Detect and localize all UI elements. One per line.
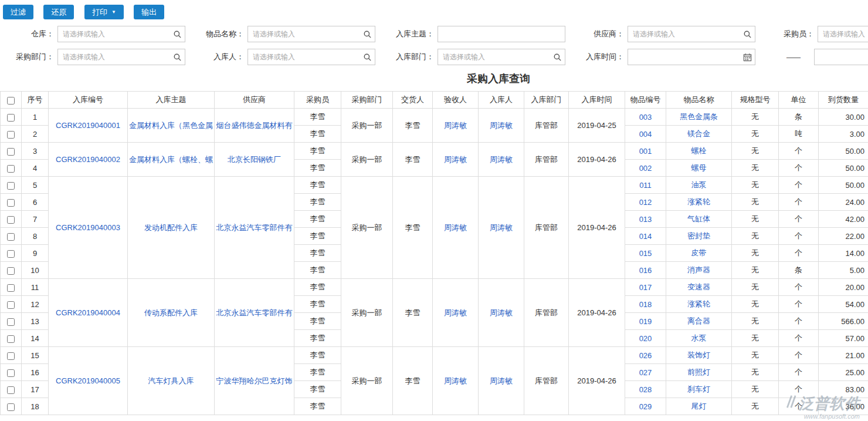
item-code-link[interactable]: 013 <box>639 215 652 224</box>
item-code-link[interactable]: 012 <box>639 198 652 207</box>
item-code-link[interactable]: 017 <box>639 283 652 292</box>
inbound-code-link[interactable]: CGRK2019040003 <box>56 223 120 232</box>
row-checkbox[interactable] <box>7 199 15 207</box>
row-checkbox[interactable] <box>7 335 15 343</box>
inbound-code-link[interactable]: CGRK2019040001 <box>56 121 120 130</box>
row-checkbox[interactable] <box>7 386 15 394</box>
item-name-link[interactable]: 消声器 <box>687 265 710 274</box>
item-code-link[interactable]: 016 <box>639 266 652 275</box>
item-name-link[interactable]: 气缸体 <box>687 214 710 223</box>
supplier-input[interactable] <box>628 26 755 42</box>
inspector-link[interactable]: 周涛敏 <box>444 308 467 317</box>
filter-button[interactable]: 过滤 <box>3 5 33 19</box>
item-name-link[interactable]: 黑色金属条 <box>680 112 718 121</box>
item-name-link[interactable]: 前照灯 <box>687 368 710 376</box>
restore-button[interactable]: 还原 <box>43 5 74 19</box>
item-name-link[interactable]: 装饰灯 <box>687 351 710 359</box>
item-name-link[interactable]: 涨紧轮 <box>687 197 710 206</box>
item-code-link[interactable]: 003 <box>639 113 652 122</box>
search-icon[interactable] <box>172 52 182 62</box>
row-checkbox[interactable] <box>7 284 15 292</box>
stock-in-person-link[interactable]: 周涛敏 <box>490 308 513 317</box>
item-code-link[interactable]: 026 <box>639 351 652 360</box>
stock-in-dept-input[interactable] <box>438 49 565 65</box>
item-code-link[interactable]: 029 <box>639 402 652 411</box>
search-icon[interactable] <box>172 29 182 39</box>
row-checkbox[interactable] <box>7 182 15 190</box>
row-checkbox[interactable] <box>7 114 15 122</box>
item-code-link[interactable]: 018 <box>639 300 652 309</box>
row-checkbox[interactable] <box>7 267 15 275</box>
export-button[interactable]: 输出 <box>134 5 164 19</box>
row-checkbox[interactable] <box>7 216 15 224</box>
row-checkbox[interactable] <box>7 250 15 258</box>
item-name-link[interactable]: 密封垫 <box>687 231 710 240</box>
purchase-dept-input[interactable] <box>57 49 185 65</box>
search-icon[interactable] <box>362 29 372 39</box>
stock-in-person-input[interactable] <box>247 49 375 65</box>
inbound-code-link[interactable]: CGRK2019040005 <box>56 376 120 385</box>
inbound-code-link[interactable]: CGRK2019040004 <box>56 308 120 317</box>
inspector-link[interactable]: 周涛敏 <box>444 121 467 130</box>
inbound-subject-link[interactable]: 发动机配件入库 <box>144 223 198 232</box>
inbound-subject-link[interactable]: 传动系配件入库 <box>144 308 198 317</box>
stock-in-person-link[interactable]: 周涛敏 <box>490 155 513 164</box>
supplier-link[interactable]: 北京长阳钢铁厂 <box>228 155 281 164</box>
inbound-subject-link[interactable]: 金属材料入库（黑色金属 <box>129 121 213 130</box>
row-checkbox[interactable] <box>7 369 15 377</box>
row-checkbox[interactable] <box>7 301 15 309</box>
item-name-link[interactable]: 镁合金 <box>687 129 710 138</box>
inbound-subject-link[interactable]: 汽车灯具入库 <box>148 376 194 385</box>
item-code-link[interactable]: 019 <box>639 317 652 326</box>
inbound-subject-link[interactable]: 金属材料入库（螺栓、螺 <box>129 155 213 164</box>
item-name-link[interactable]: 螺母 <box>691 163 707 172</box>
item-code-link[interactable]: 015 <box>639 249 652 258</box>
inspector-link[interactable]: 周涛敏 <box>444 155 467 164</box>
row-checkbox[interactable] <box>7 403 15 411</box>
inspector-link[interactable]: 周涛敏 <box>444 376 467 385</box>
item-name-input[interactable] <box>247 26 375 42</box>
item-name-link[interactable]: 尾灯 <box>691 402 707 410</box>
supplier-link[interactable]: 北京永益汽车零部件有 <box>216 223 293 232</box>
supplier-link[interactable]: 北京永益汽车零部件有 <box>216 308 293 317</box>
item-code-link[interactable]: 014 <box>639 232 652 241</box>
item-name-link[interactable]: 变速器 <box>687 282 710 291</box>
inspector-link[interactable]: 周涛敏 <box>444 223 467 232</box>
search-icon[interactable] <box>552 52 562 62</box>
stock-in-person-link[interactable]: 周涛敏 <box>490 223 513 232</box>
item-name-link[interactable]: 螺栓 <box>691 146 707 155</box>
calendar-icon[interactable] <box>742 52 752 62</box>
item-code-link[interactable]: 002 <box>639 164 652 173</box>
item-code-link[interactable]: 020 <box>639 334 652 343</box>
supplier-link[interactable]: 烟台盛伟德金属材料有 <box>216 121 293 130</box>
print-button[interactable]: 打印 ▼ <box>84 5 124 19</box>
item-code-link[interactable]: 004 <box>639 130 652 139</box>
item-name-link[interactable]: 皮带 <box>691 248 707 257</box>
purchaser-input[interactable] <box>818 26 868 42</box>
row-checkbox[interactable] <box>7 318 15 326</box>
search-icon[interactable] <box>362 52 372 62</box>
row-checkbox[interactable] <box>7 148 15 156</box>
row-checkbox[interactable] <box>7 233 15 241</box>
row-checkbox[interactable] <box>7 165 15 173</box>
item-name-link[interactable]: 刹车灯 <box>687 385 710 393</box>
stock-in-date-end-input[interactable] <box>814 49 868 65</box>
item-name-link[interactable]: 油泵 <box>691 180 707 189</box>
item-code-link[interactable]: 011 <box>639 181 652 190</box>
inbound-subject-input[interactable] <box>438 26 565 42</box>
item-code-link[interactable]: 027 <box>639 368 652 377</box>
stock-in-date-start-input[interactable] <box>628 49 755 65</box>
search-icon[interactable] <box>742 29 752 39</box>
item-code-link[interactable]: 028 <box>639 385 652 394</box>
stock-in-person-link[interactable]: 周涛敏 <box>490 121 513 130</box>
item-code-link[interactable]: 001 <box>639 147 652 156</box>
warehouse-input[interactable] <box>57 26 185 42</box>
item-name-link[interactable]: 水泵 <box>691 334 707 342</box>
item-name-link[interactable]: 离合器 <box>687 316 710 325</box>
supplier-link[interactable]: 宁波华翔哈尔巴克灯饰 <box>216 376 293 385</box>
inbound-code-link[interactable]: CGRK2019040002 <box>56 155 120 164</box>
row-checkbox[interactable] <box>7 352 15 360</box>
stock-in-person-link[interactable]: 周涛敏 <box>490 376 513 385</box>
select-all-checkbox[interactable] <box>7 97 15 105</box>
row-checkbox[interactable] <box>7 131 15 139</box>
